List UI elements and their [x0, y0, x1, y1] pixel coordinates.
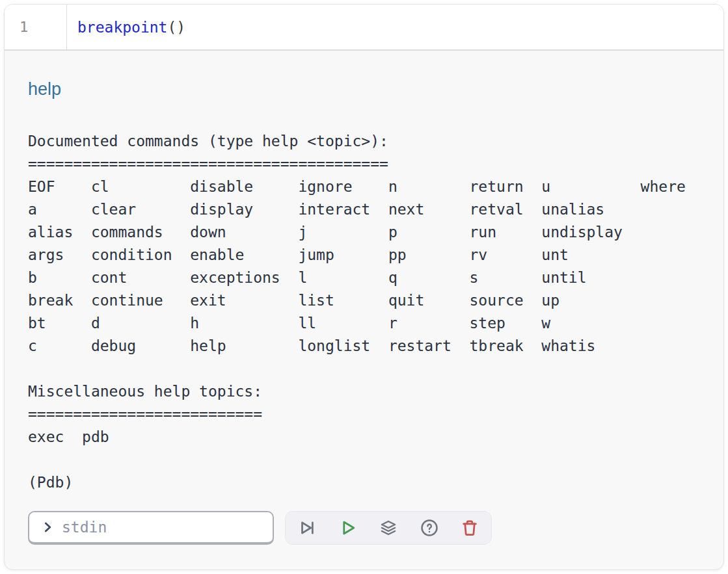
line-number-gutter: 1 — [5, 5, 67, 49]
code-editor[interactable]: 1 breakpoint() — [5, 5, 723, 51]
help-circle-icon — [420, 518, 439, 538]
step-next-button[interactable] — [295, 515, 319, 540]
echoed-input-command: help — [28, 78, 700, 100]
help-button[interactable] — [417, 515, 442, 540]
trash-icon — [460, 518, 479, 538]
clear-button[interactable] — [457, 515, 482, 540]
debug-toolbar — [285, 511, 492, 545]
play-icon — [338, 518, 358, 538]
stdin-input[interactable] — [62, 519, 265, 536]
code-function-token: breakpoint — [77, 19, 167, 36]
stack-button[interactable] — [376, 515, 401, 540]
line-number: 1 — [20, 19, 28, 35]
chevron-right-icon — [39, 519, 56, 536]
pdb-help-output: Documented commands (type help <topic>):… — [28, 130, 700, 494]
skip-forward-icon — [297, 518, 317, 538]
debug-controls-row — [28, 511, 700, 545]
layers-icon — [379, 518, 398, 538]
console-output-area: help Documented commands (type help <top… — [5, 51, 723, 545]
debugger-widget: 1 breakpoint() help Documented commands … — [4, 4, 724, 570]
run-button[interactable] — [336, 515, 360, 540]
code-paren-token: () — [167, 19, 185, 36]
code-line[interactable]: breakpoint() — [67, 5, 185, 49]
stdin-input-box[interactable] — [28, 511, 274, 545]
